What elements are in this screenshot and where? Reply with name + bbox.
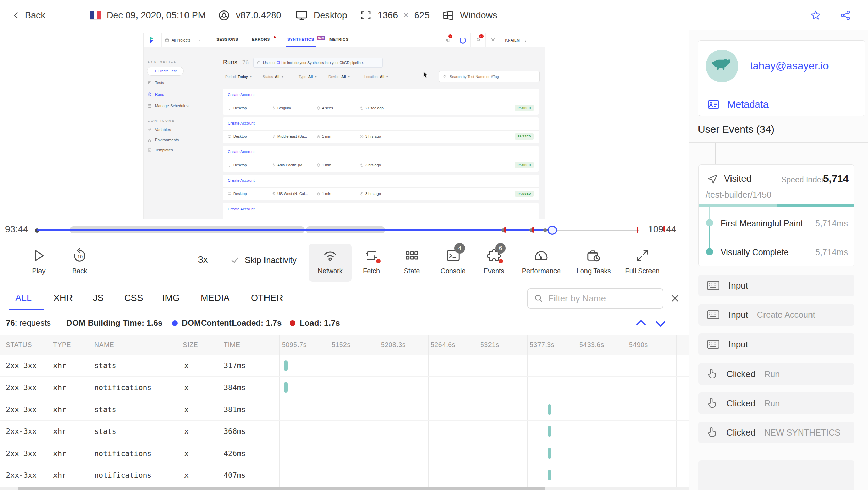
network-request-row[interactable]: 2xx-3xxxhrnotificationsx407ms: [0, 464, 689, 486]
timeline-event-dot[interactable]: [543, 228, 547, 232]
run-row[interactable]: Create Account Desktop US West (N. Cal..…: [223, 175, 539, 200]
col-time[interactable]: TIME: [224, 341, 240, 349]
os-info: Windows: [441, 0, 497, 30]
run-test-name[interactable]: Create Account: [228, 178, 255, 182]
net-tab-all[interactable]: ALL: [15, 293, 32, 304]
event-item-input[interactable]: Input: [698, 275, 854, 296]
net-tab-img[interactable]: IMG: [162, 293, 180, 304]
settings-button[interactable]: [485, 33, 500, 47]
network-request-row[interactable]: 2xx-3xxxhrnotificationsx384ms: [0, 377, 689, 398]
timeline-issue-marker[interactable]: [637, 227, 638, 233]
run-test-name[interactable]: Create Account: [228, 207, 255, 211]
col-type[interactable]: TYPE: [53, 341, 71, 349]
timeline-scrubber[interactable]: [548, 226, 557, 235]
run-test-name[interactable]: Create Account: [228, 150, 255, 154]
back-10s-label: Back: [72, 267, 87, 275]
skip-inactivity-toggle[interactable]: Skip Inactivity: [230, 241, 297, 279]
app-sidebar-item-runs[interactable]: Runs: [148, 92, 164, 96]
run-row[interactable]: Create Account Desktop Canada (Central..…: [223, 203, 539, 219]
event-item-partial[interactable]: [698, 460, 854, 490]
col-status[interactable]: STATUS: [6, 341, 32, 349]
col-name[interactable]: NAME: [94, 341, 114, 349]
event-target: Run: [764, 369, 780, 379]
app-sidebar-item-variables[interactable]: Variables: [148, 128, 171, 132]
playback-speed-button[interactable]: 3x: [191, 255, 215, 265]
net-tab-css[interactable]: CSS: [124, 293, 143, 304]
panel-button-network[interactable]: Network: [310, 248, 351, 275]
timeline-issue-marker[interactable]: [504, 227, 506, 233]
user-email-link[interactable]: tahay@asayer.io: [750, 60, 829, 72]
jump-next-icon[interactable]: [654, 318, 668, 329]
back-10s-button[interactable]: 10 Back: [59, 248, 100, 275]
network-request-row[interactable]: 2xx-3xxxhrstatsx368ms: [0, 421, 689, 442]
net-tab-xhr[interactable]: XHR: [53, 293, 73, 304]
run-test-name[interactable]: Create Account: [228, 121, 255, 125]
favorite-button[interactable]: [810, 0, 821, 30]
col-size[interactable]: SIZE: [183, 341, 198, 349]
app-search-input[interactable]: [450, 75, 531, 79]
filter-type[interactable]: TypeAll▾: [299, 75, 316, 79]
location-pin-icon: [272, 135, 276, 138]
network-request-row[interactable]: 2xx-3xxxhrstatsx317ms: [0, 355, 689, 377]
filter-device[interactable]: DeviceAll▾: [328, 75, 350, 79]
share-button[interactable]: [840, 0, 851, 30]
net-tab-media[interactable]: MEDIA: [200, 293, 230, 304]
user-menu[interactable]: KRAIEM: [500, 33, 532, 47]
metadata-button[interactable]: Metadata: [707, 98, 769, 111]
timeline-track-progress[interactable]: [37, 229, 552, 231]
notifications-button[interactable]: 33: [470, 33, 485, 47]
close-panel-icon[interactable]: [670, 293, 680, 304]
horizontal-scrollbar[interactable]: [0, 487, 689, 490]
filter-by-name-box[interactable]: [527, 288, 663, 309]
run-row[interactable]: Create Account Desktop Belgium 4 secs 27…: [223, 89, 539, 115]
app-tab-sessions[interactable]: SESSIONS: [216, 37, 238, 42]
device-info: Desktop: [295, 0, 347, 30]
filter-status[interactable]: StatusAll▾: [263, 75, 283, 79]
panel-button-fetch[interactable]: Fetch: [351, 248, 392, 275]
timeline-track-remaining[interactable]: [552, 230, 639, 231]
back-button[interactable]: Back: [12, 0, 45, 30]
panel-button-full-screen[interactable]: Full Screen: [615, 248, 670, 275]
app-tab-synthetics[interactable]: SYNTHETICS: [287, 37, 314, 42]
player-timeline[interactable]: 93:44 109:44: [0, 220, 689, 241]
run-row[interactable]: Create Account Desktop Middle East (Ba..…: [223, 117, 539, 143]
event-item-clicked[interactable]: ClickedRun: [698, 363, 854, 385]
app-sidebar-item-tests[interactable]: Tests: [148, 81, 164, 85]
event-target: Run: [764, 398, 780, 408]
filter-period[interactable]: PeriodToday▾: [225, 75, 252, 79]
cli-link[interactable]: CLI: [277, 61, 282, 65]
app-tab-errors[interactable]: ERRORS: [252, 37, 270, 42]
panel-button-long-tasks[interactable]: Long Tasks: [566, 248, 621, 275]
event-item-clicked[interactable]: ClickedRun: [698, 392, 854, 414]
app-sidebar-item-manage-schedules[interactable]: Manage Schedules: [148, 104, 188, 108]
net-tab-other[interactable]: OTHER: [251, 293, 283, 304]
panel-button-performance[interactable]: Performance: [514, 248, 568, 275]
timeline-issue-marker[interactable]: [532, 227, 534, 233]
run-details: Desktop Canada (Central... 1 min 3 hrs a…: [223, 216, 539, 219]
net-tab-js[interactable]: JS: [93, 293, 104, 304]
app-search-box[interactable]: [439, 71, 540, 82]
run-test-name[interactable]: Create Account: [228, 93, 255, 97]
create-test-button[interactable]: + Create Test: [147, 67, 184, 76]
filter-location[interactable]: LocationAll▾: [364, 75, 388, 79]
event-item-clicked[interactable]: ClickedNEW SYNTHETICS: [698, 422, 854, 443]
panel-button-events[interactable]: 6 Events: [473, 248, 514, 275]
run-row[interactable]: Create Account Desktop Asia Pacific (M..…: [223, 146, 539, 172]
filter-by-name-input[interactable]: [548, 293, 650, 304]
jump-prev-icon[interactable]: [634, 318, 648, 328]
app-sidebar-item-templates[interactable]: Templates: [148, 148, 173, 152]
event-item-input[interactable]: Input: [698, 333, 854, 355]
project-selector[interactable]: All Projects: [161, 33, 205, 47]
event-item-input[interactable]: InputCreate Account: [698, 304, 854, 326]
announcements-button[interactable]: 1: [440, 33, 455, 47]
play-label: Play: [32, 267, 46, 275]
visited-event-card[interactable]: Visited Speed Index 5,714 /test-builder/…: [698, 164, 854, 266]
network-request-row[interactable]: 2xx-3xxxhrstatsx381ms: [0, 399, 689, 421]
panel-button-console[interactable]: 4 Console: [433, 248, 473, 275]
network-request-row[interactable]: 2xx-3xxxhrnotificationsx426ms: [0, 443, 689, 464]
app-sidebar-item-environments[interactable]: Environments: [148, 138, 179, 142]
app-tab-metrics[interactable]: METRICS: [329, 37, 349, 42]
scrollbar-thumb[interactable]: [18, 487, 545, 490]
play-button[interactable]: Play: [18, 248, 59, 275]
panel-button-state[interactable]: State: [391, 248, 432, 275]
